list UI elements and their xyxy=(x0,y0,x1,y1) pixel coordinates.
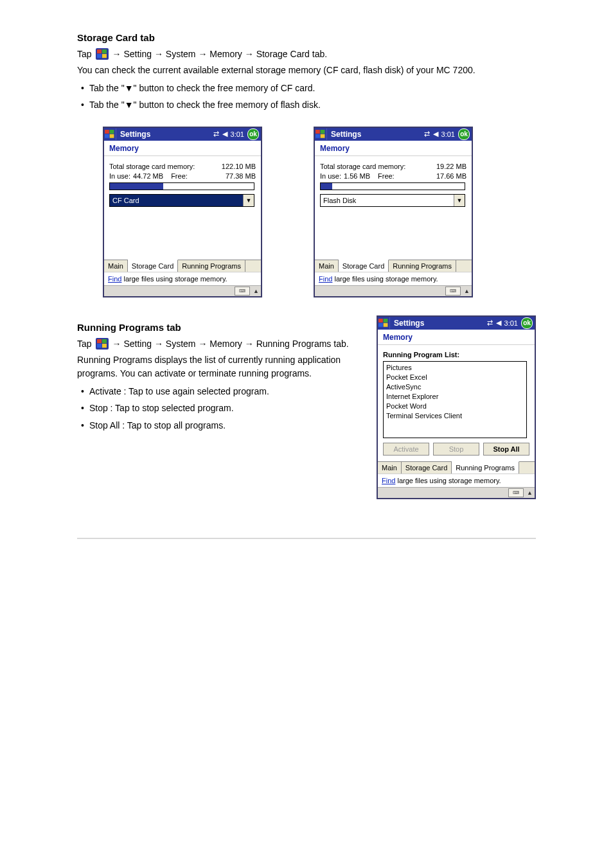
bottom-bar: ⌨ ▲ xyxy=(104,285,261,296)
inuse-label: In use: xyxy=(320,172,341,180)
titlebar: Settings ⇄ ◀ 3:01 ok xyxy=(315,128,472,141)
connectivity-icon[interactable]: ⇄ xyxy=(213,130,219,138)
find-link[interactable]: Find xyxy=(382,477,395,484)
titlebar: Settings ⇄ ◀ 3:01 ok xyxy=(104,128,261,141)
bullet-activate: Activate : Tap to use again selected pro… xyxy=(89,384,351,398)
volume-icon[interactable]: ◀ xyxy=(222,130,227,138)
section-title-storage-card: Storage Card tab xyxy=(77,32,536,43)
storage-select-value: CF Card xyxy=(110,195,243,206)
volume-icon[interactable]: ◀ xyxy=(496,319,501,327)
inuse-label: In use: xyxy=(109,172,130,180)
tab-running-programs[interactable]: Running Programs xyxy=(389,260,456,272)
intro-tap-1: Tap xyxy=(77,49,92,59)
start-icon[interactable] xyxy=(315,128,327,140)
list-item[interactable]: Pocket Excel xyxy=(386,373,524,382)
stop-button[interactable]: Stop xyxy=(433,443,479,456)
list-item[interactable]: Pictures xyxy=(386,363,524,373)
bullet-stop: Stop : Tap to stop selected program. xyxy=(89,401,351,415)
volume-icon[interactable]: ◀ xyxy=(433,130,438,138)
chevron-down-icon[interactable]: ▼ xyxy=(454,195,465,206)
ok-button[interactable]: ok xyxy=(458,128,470,140)
intro-tap-2: Tap xyxy=(77,339,92,349)
keyboard-icon[interactable]: ⌨ xyxy=(445,287,461,296)
free-value: 77.38 MB xyxy=(212,172,256,180)
page-heading: Memory xyxy=(315,141,472,156)
intro-row-2: Tap → Setting → System → Memory → Runnin… xyxy=(77,338,351,350)
bullet-cf: Tab the "▼" button to check the free mem… xyxy=(89,81,536,95)
running-program-list[interactable]: Pictures Pocket Excel ActiveSync Interne… xyxy=(383,361,527,438)
intro-para-1: You can check the current available exte… xyxy=(77,64,536,77)
tab-storage-card[interactable]: Storage Card xyxy=(128,260,178,272)
intro-para-2: Running Programs displays the list of cu… xyxy=(77,353,351,380)
start-icon xyxy=(96,338,109,350)
start-icon xyxy=(96,48,109,60)
find-rest: large files using storage memory. xyxy=(121,275,227,283)
tab-storage-card[interactable]: Storage Card xyxy=(402,462,452,474)
clock-time: 3:01 xyxy=(504,319,518,327)
find-rest: large files using storage memory. xyxy=(395,477,501,484)
start-icon[interactable] xyxy=(104,128,116,140)
find-link[interactable]: Find xyxy=(319,275,332,283)
find-rest: large files using storage memory. xyxy=(332,275,438,283)
list-item[interactable]: Internet Explorer xyxy=(386,392,524,402)
intro-path-2: → Setting → System → Memory → Running Pr… xyxy=(112,339,349,349)
find-link[interactable]: Find xyxy=(108,275,121,283)
bottom-bar: ⌨ ▲ xyxy=(378,487,535,498)
bullet-stopall: Stop All : Tap to stop all programs. xyxy=(89,418,351,432)
free-value: 17.66 MB xyxy=(423,172,466,180)
screenshot-running-programs: Settings ⇄ ◀ 3:01 ok Memory Running Prog… xyxy=(377,315,536,499)
stop-all-button[interactable]: Stop All xyxy=(483,443,529,456)
chevron-down-icon[interactable]: ▼ xyxy=(243,195,254,206)
total-label: Total storage card memory: xyxy=(109,163,195,170)
free-label: Free: xyxy=(378,172,395,180)
keyboard-icon[interactable]: ⌨ xyxy=(508,488,524,497)
section-title-running: Running Programs tab xyxy=(77,322,351,333)
usage-bar xyxy=(320,182,465,190)
window-title: Settings xyxy=(116,130,213,139)
list-item[interactable]: Terminal Services Client xyxy=(386,411,524,421)
tab-main[interactable]: Main xyxy=(378,462,402,474)
activate-button[interactable]: Activate xyxy=(383,443,429,456)
page-heading: Memory xyxy=(378,330,535,345)
menu-up-icon[interactable]: ▲ xyxy=(251,288,261,294)
menu-up-icon[interactable]: ▲ xyxy=(462,288,472,294)
start-icon[interactable] xyxy=(378,317,390,329)
screenshot-cf-card: Settings ⇄ ◀ 3:01 ok Memory Total storag… xyxy=(103,127,262,297)
find-row: Find large files using storage memory. xyxy=(104,272,261,285)
page-heading: Memory xyxy=(104,141,261,156)
total-label: Total storage card memory: xyxy=(320,163,405,170)
list-item[interactable]: Pocket Word xyxy=(386,402,524,411)
window-title: Settings xyxy=(327,130,424,139)
intro-row-1: Tap → Setting → System → Memory → Storag… xyxy=(77,48,536,60)
list-item[interactable]: ActiveSync xyxy=(386,382,524,392)
titlebar: Settings ⇄ ◀ 3:01 ok xyxy=(378,317,535,330)
tab-running-programs[interactable]: Running Programs xyxy=(178,260,245,272)
keyboard-icon[interactable]: ⌨ xyxy=(235,287,250,296)
window-title: Settings xyxy=(390,319,487,328)
ok-button[interactable]: ok xyxy=(247,128,259,140)
running-list-title: Running Program List: xyxy=(383,350,529,361)
tab-storage-card[interactable]: Storage Card xyxy=(339,260,389,272)
storage-select[interactable]: CF Card ▼ xyxy=(109,194,254,207)
bottom-bar: ⌨ ▲ xyxy=(315,285,472,296)
connectivity-icon[interactable]: ⇄ xyxy=(424,130,430,138)
tab-main[interactable]: Main xyxy=(104,260,128,272)
tab-main[interactable]: Main xyxy=(315,260,339,272)
storage-select-value: Flash Disk xyxy=(321,195,454,206)
footer-divider xyxy=(77,538,536,539)
menu-up-icon[interactable]: ▲ xyxy=(525,490,535,496)
bullet-flash: Tab the "▼" button to check the free mem… xyxy=(89,98,536,112)
ok-button[interactable]: ok xyxy=(521,317,533,329)
clock-time: 3:01 xyxy=(231,130,244,138)
usage-bar xyxy=(109,182,254,190)
tab-running-programs[interactable]: Running Programs xyxy=(452,461,519,474)
find-row: Find large files using storage memory. xyxy=(378,474,535,487)
screenshot-flash-disk: Settings ⇄ ◀ 3:01 ok Memory Total storag… xyxy=(314,127,473,297)
clock-time: 3:01 xyxy=(441,130,455,138)
free-label: Free: xyxy=(171,172,188,180)
storage-select[interactable]: Flash Disk ▼ xyxy=(320,194,465,207)
inuse-value: 44.72 MB xyxy=(133,172,163,180)
inuse-value: 1.56 MB xyxy=(344,172,370,180)
connectivity-icon[interactable]: ⇄ xyxy=(487,319,493,327)
total-value: 19.22 MB xyxy=(423,163,466,170)
